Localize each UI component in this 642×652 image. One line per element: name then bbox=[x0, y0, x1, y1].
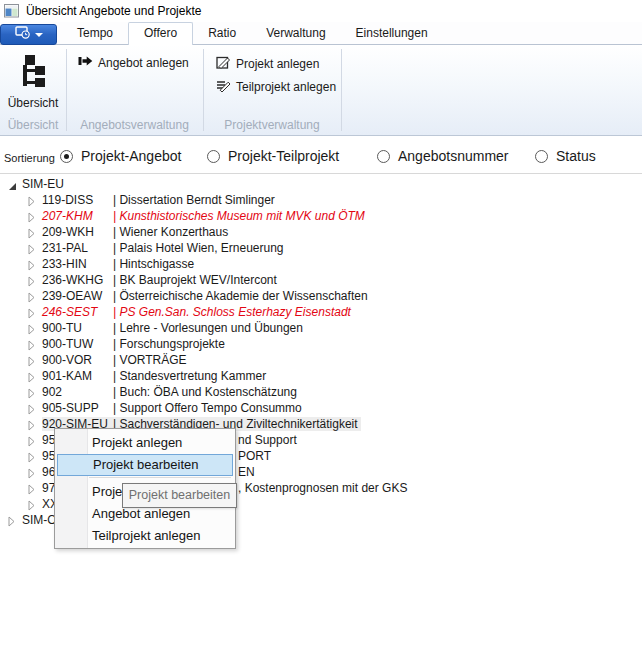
subproject-edit-icon bbox=[216, 78, 231, 96]
tree-row-code: 119-DISS bbox=[42, 192, 113, 208]
tree-row-desc: | BK Bauprojekt WEV/Intercont bbox=[113, 273, 277, 287]
tree-row-text: SIM-O bbox=[22, 512, 57, 528]
tree-row-text: 119-DISS| Dissertation Berndt Simlinger bbox=[42, 192, 275, 208]
tree-row-text: 900-TUW| Forschungsprojekte bbox=[42, 336, 225, 352]
app-window: Übersicht Angebote und Projekte TempoOff… bbox=[0, 0, 642, 652]
tree-row[interactable]: 233-HIN| Hintschigasse bbox=[0, 256, 642, 272]
menu-item-projekt-anlegen[interactable]: Projekt anlegen bbox=[57, 432, 233, 454]
ribbon-tab-strip: TempoOfferoRatioVerwaltungEinstellungen bbox=[0, 22, 642, 45]
uebersicht-button[interactable]: Übersicht bbox=[2, 48, 64, 114]
tree-row[interactable]: 900-TUW| Forschungsprojekte bbox=[0, 336, 642, 352]
radio-dot bbox=[64, 154, 69, 159]
tree-row[interactable]: 900-TU| Lehre - Vorlesungen und Übungen bbox=[0, 320, 642, 336]
tab-tempo[interactable]: Tempo bbox=[62, 22, 128, 45]
tree-row-text: 901-KAM| Standesvertretung Kammer bbox=[42, 368, 266, 384]
tree-row-desc: | Hintschigasse bbox=[113, 257, 194, 271]
tree-row-desc-fragment: , Kostenprognosen mit der GKS bbox=[238, 480, 407, 496]
tree-row[interactable]: 905-SUPP| Support Offero Tempo Consummo bbox=[0, 400, 642, 416]
projekt-anlegen-button[interactable]: Projekt anlegen bbox=[216, 55, 319, 73]
window-icon bbox=[4, 3, 20, 19]
sort-radio-angebotsnummer[interactable]: Angebotsnummer bbox=[377, 148, 509, 164]
tree-row[interactable]: 207-KHM| Kunsthistorisches Museum mit MV… bbox=[0, 208, 642, 224]
angebot-anlegen-button[interactable]: Angebot anlegen bbox=[78, 55, 189, 70]
tree-row-code: 207-KHM bbox=[42, 208, 113, 224]
chevron-down-icon bbox=[35, 33, 43, 37]
tree-row-desc: | Standesvertretung Kammer bbox=[113, 369, 266, 383]
title-bar: Übersicht Angebote und Projekte bbox=[0, 0, 642, 22]
group-label-angebotsverwaltung: Angebotsverwaltung bbox=[66, 118, 203, 132]
window-title: Übersicht Angebote und Projekte bbox=[26, 4, 201, 18]
tree-row-text: SIM-EU bbox=[22, 176, 64, 192]
app-window-clock-icon bbox=[15, 25, 31, 44]
projekt-anlegen-label: Projekt anlegen bbox=[236, 57, 319, 71]
menu-item-projekt-bearbeiten[interactable]: Projekt bearbeiten bbox=[57, 454, 233, 476]
tree-row-text: 236-WKHG| BK Bauprojekt WEV/Intercont bbox=[42, 272, 277, 288]
tree-row-code: 209-WKH bbox=[42, 224, 113, 240]
tree-row-code: 231-PAL bbox=[42, 240, 113, 256]
radio-icon bbox=[207, 150, 220, 163]
sort-radio-projekt-angebot[interactable]: Projekt-Angebot bbox=[60, 148, 181, 164]
uebersicht-button-label: Übersicht bbox=[8, 96, 59, 110]
tree-row-desc: | Buch: ÖBA und Kostenschätzung bbox=[113, 385, 297, 399]
sort-radio-label: Angebotsnummer bbox=[398, 148, 509, 164]
menu-item-teilprojekt-anlegen[interactable]: Teilprojekt anlegen bbox=[57, 525, 233, 547]
tooltip: Projekt bearbeiten bbox=[122, 483, 237, 508]
tree-row-text: 239-OEAW| Österreichische Akademie der W… bbox=[42, 288, 368, 304]
tree-row-code: 900-TU bbox=[42, 320, 113, 336]
sort-radio-projekt-teilprojekt[interactable]: Projekt-Teilprojekt bbox=[207, 148, 339, 164]
tree-row-text: 900-TU| Lehre - Vorlesungen und Übungen bbox=[42, 320, 303, 336]
radio-icon bbox=[377, 150, 390, 163]
radio-icon bbox=[535, 150, 548, 163]
radio-selected-icon bbox=[60, 150, 73, 163]
teilprojekt-anlegen-button[interactable]: Teilprojekt anlegen bbox=[216, 78, 336, 96]
tab-offero[interactable]: Offero bbox=[128, 22, 193, 45]
tree-row-desc: | Forschungsprojekte bbox=[113, 337, 225, 351]
sort-bar: Sortierung Projekt-AngebotProjekt-Teilpr… bbox=[0, 136, 642, 174]
ribbon-tabs: TempoOfferoRatioVerwaltungEinstellungen bbox=[62, 22, 443, 45]
tree-row[interactable]: 119-DISS| Dissertation Berndt Simlinger bbox=[0, 192, 642, 208]
angebot-anlegen-label: Angebot anlegen bbox=[98, 56, 189, 70]
tree-row-text: 905-SUPP| Support Offero Tempo Consummo bbox=[42, 400, 302, 416]
tree-row[interactable]: 239-OEAW| Österreichische Akademie der W… bbox=[0, 288, 642, 304]
tree-row[interactable]: 902| Buch: ÖBA und Kostenschätzung bbox=[0, 384, 642, 400]
offer-arrow-icon bbox=[78, 55, 93, 70]
tree-row[interactable]: SIM-EU bbox=[0, 176, 642, 192]
tree-row-text: 209-WKH| Wiener Konzerthaus bbox=[42, 224, 228, 240]
tree-row-desc: | PS Gen.San. Schloss Esterhazy Eisensta… bbox=[113, 305, 351, 319]
tree-row-code: 901-KAM bbox=[42, 368, 113, 384]
tree-row-desc: | VORTRÄGE bbox=[113, 353, 187, 367]
tab-einstellungen[interactable]: Einstellungen bbox=[341, 22, 443, 45]
tree-row[interactable]: 236-WKHG| BK Bauprojekt WEV/Intercont bbox=[0, 272, 642, 288]
group-separator bbox=[341, 49, 342, 131]
tree-row[interactable]: 231-PAL| Palais Hotel Wien, Erneuerung bbox=[0, 240, 642, 256]
ribbon: Übersicht Angebot anlegen Projekt anlege… bbox=[0, 45, 642, 136]
tree-collapsed-icon[interactable] bbox=[8, 515, 15, 531]
group-label-projektverwaltung: Projektverwaltung bbox=[203, 118, 341, 132]
sort-radio-status[interactable]: Status bbox=[535, 148, 596, 164]
tree-row-desc: | Dissertation Berndt Simlinger bbox=[113, 193, 275, 207]
overview-tree-icon bbox=[16, 54, 50, 92]
tree-row-code: 246-SEST bbox=[42, 304, 113, 320]
application-menu-button[interactable] bbox=[0, 24, 57, 45]
project-edit-icon bbox=[216, 55, 231, 73]
sort-label: Sortierung bbox=[4, 152, 55, 164]
tab-verwaltung[interactable]: Verwaltung bbox=[251, 22, 340, 45]
tree-row-code: 233-HIN bbox=[42, 256, 113, 272]
sort-radio-label: Projekt-Angebot bbox=[81, 148, 181, 164]
tree-row[interactable]: 209-WKH| Wiener Konzerthaus bbox=[0, 224, 642, 240]
tree-row-code: 900-VOR bbox=[42, 352, 113, 368]
tree-row-text: 902| Buch: ÖBA und Kostenschätzung bbox=[42, 384, 297, 400]
tree-row[interactable]: 901-KAM| Standesvertretung Kammer bbox=[0, 368, 642, 384]
tree-row-code: 902 bbox=[42, 384, 113, 400]
tree-row-text: 207-KHM| Kunsthistorisches Museum mit MV… bbox=[42, 208, 365, 224]
tree-row-code: 900-TUW bbox=[42, 336, 113, 352]
sort-radio-label: Projekt-Teilprojekt bbox=[228, 148, 339, 164]
tree-row[interactable]: 246-SEST| PS Gen.San. Schloss Esterhazy … bbox=[0, 304, 642, 320]
tree-row-desc: | Lehre - Vorlesungen und Übungen bbox=[113, 321, 303, 335]
tree-row-desc: | Österreichische Akademie der Wissensch… bbox=[113, 289, 368, 303]
tree-row-desc: | Wiener Konzerthaus bbox=[113, 225, 228, 239]
sort-radio-label: Status bbox=[556, 148, 596, 164]
tree-row-desc: | Palais Hotel Wien, Erneuerung bbox=[113, 241, 284, 255]
tree-row[interactable]: 900-VOR| VORTRÄGE bbox=[0, 352, 642, 368]
tab-ratio[interactable]: Ratio bbox=[193, 22, 251, 45]
